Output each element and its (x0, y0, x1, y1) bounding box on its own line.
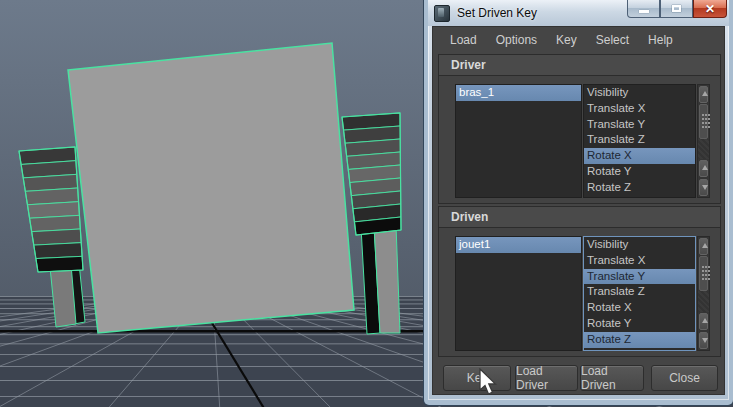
driven-attr-rotate-z[interactable]: Rotate Z (584, 332, 695, 348)
load-driven-button[interactable]: Load Driven (580, 365, 644, 391)
menubar: LoadOptionsKeySelectHelp (433, 27, 724, 52)
driven-frame-header: Driven (439, 207, 720, 228)
window-titlebar[interactable]: Set Driven Key ✕ (428, 0, 729, 26)
driver-attr-visibility[interactable]: Visibility (584, 85, 695, 101)
minimize-button[interactable] (627, 0, 660, 18)
driven-attr-translate-x[interactable]: Translate X (584, 253, 695, 269)
driven-object-list[interactable]: jouet1 (455, 236, 582, 351)
scroll-down-icon[interactable] (699, 332, 708, 349)
scroll-up-icon[interactable] (699, 313, 708, 330)
driver-attr-translate-x[interactable]: Translate X (584, 101, 695, 117)
driver-attr-translate-y[interactable]: Translate Y (584, 117, 695, 133)
scroll-up-icon[interactable] (699, 160, 708, 177)
driven-attr-visibility[interactable]: Visibility (584, 237, 695, 253)
dialog-client-area: LoadOptionsKeySelectHelp Driver bras_1 V… (432, 26, 725, 395)
set-driven-key-window: Set Driven Key ✕ LoadOptionsKeySelectHel… (424, 0, 733, 405)
driver-attr-scrollbar[interactable] (697, 84, 710, 198)
driven-attr-translate-z[interactable]: Translate Z (584, 284, 695, 300)
driven-attr-scale-x[interactable]: Scale X (584, 348, 695, 351)
close-button[interactable]: Close (651, 365, 718, 391)
driver-attr-rotate-y[interactable]: Rotate Y (584, 164, 695, 180)
driven-attr-rotate-x[interactable]: Rotate X (584, 300, 695, 316)
scrollbar-thumb[interactable] (699, 256, 708, 291)
menu-key[interactable]: Key (551, 32, 582, 48)
window-title: Set Driven Key (457, 6, 537, 20)
driven-attr-scrollbar[interactable] (697, 236, 710, 351)
close-icon: ✕ (705, 1, 715, 17)
scrollbar-thumb[interactable] (699, 104, 708, 139)
menu-options[interactable]: Options (491, 32, 542, 48)
driver-frame: Driver bras_1 VisibilityTranslate XTrans… (438, 54, 721, 204)
maximize-button[interactable] (660, 0, 693, 18)
driven-attr-rotate-y[interactable]: Rotate Y (584, 316, 695, 332)
scroll-down-icon[interactable] (699, 179, 708, 196)
driven-frame: Driven jouet1 VisibilityTranslate XTrans… (438, 206, 721, 357)
driver-object-bras-1[interactable]: bras_1 (456, 85, 581, 101)
minimize-icon (639, 10, 649, 13)
driven-attribute-list[interactable]: VisibilityTranslate XTranslate YTranslat… (583, 236, 696, 351)
driver-attr-translate-z[interactable]: Translate Z (584, 132, 695, 148)
load-driver-button[interactable]: Load Driver (515, 365, 578, 391)
scroll-up-icon[interactable] (699, 86, 708, 103)
scroll-up-icon[interactable] (699, 238, 708, 255)
driver-attr-rotate-z[interactable]: Rotate Z (584, 180, 695, 196)
menu-select[interactable]: Select (591, 32, 634, 48)
scrollbar-track[interactable] (698, 291, 709, 312)
driven-attr-translate-y[interactable]: Translate Y (584, 269, 695, 285)
mouse-cursor (478, 368, 502, 400)
menu-help[interactable]: Help (643, 32, 678, 48)
maya-window-icon (434, 5, 450, 22)
menu-load[interactable]: Load (445, 32, 482, 48)
driven-object-jouet1[interactable]: jouet1 (456, 237, 581, 253)
close-button-titlebar[interactable]: ✕ (693, 0, 727, 18)
driver-attribute-list[interactable]: VisibilityTranslate XTranslate YTranslat… (583, 84, 696, 198)
scrollbar-track[interactable] (698, 139, 709, 159)
driver-frame-header: Driver (439, 55, 720, 76)
driver-object-list[interactable]: bras_1 (455, 84, 582, 198)
footer-buttons: KeyLoad DriverLoad DrivenClose (433, 357, 724, 391)
maximize-icon (672, 5, 681, 12)
driver-attr-rotate-x[interactable]: Rotate X (584, 148, 695, 164)
